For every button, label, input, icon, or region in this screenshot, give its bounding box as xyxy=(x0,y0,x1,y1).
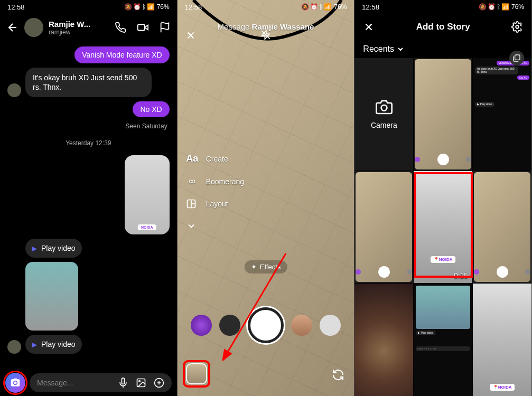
story-header: Add to Story xyxy=(354,14,531,40)
tool-create[interactable]: Aa Create xyxy=(186,153,244,164)
compose-bar: Message... xyxy=(0,370,177,396)
alarm-icon: ⏰ xyxy=(310,3,318,11)
status-icons: 🔕 ⏰ ᛒ 📶 xyxy=(124,3,155,11)
message-prefix: Message xyxy=(218,22,252,31)
recents-dropdown[interactable]: Recents xyxy=(354,40,531,58)
alarm-icon: ⏰ xyxy=(488,3,496,11)
layout-icon xyxy=(186,199,199,209)
contact-name-block[interactable]: Ramjie W... ramjiew xyxy=(49,20,109,36)
shutter-button[interactable] xyxy=(248,307,284,343)
image-icon[interactable] xyxy=(136,378,146,388)
video-preview-thumb[interactable] xyxy=(25,262,78,331)
sparkle-icon: ✦ xyxy=(251,263,257,271)
back-button[interactable] xyxy=(6,21,19,34)
flag-button[interactable] xyxy=(159,22,171,33)
noida-badge: 📍NOIDA xyxy=(431,256,456,263)
bluetooth-icon: ᛒ xyxy=(319,3,323,11)
text-icon: Aa xyxy=(186,153,199,164)
camera-icon xyxy=(376,99,393,116)
highlight-ring xyxy=(3,371,27,395)
media-item[interactable] xyxy=(354,284,413,396)
effect-option[interactable] xyxy=(219,315,240,336)
tool-label: Layout xyxy=(206,200,228,208)
noida-badge: 📍NOIDA xyxy=(490,384,515,391)
chat-body[interactable]: Vanish Mode feature XD It's okay bruh XD… xyxy=(0,41,177,370)
bluetooth-icon: ᛒ xyxy=(497,3,500,11)
bluetooth-icon: ᛒ xyxy=(142,3,146,11)
tool-boomerang[interactable]: ∞ Boomerang xyxy=(186,176,244,187)
audio-call-button[interactable] xyxy=(115,22,126,33)
media-item[interactable] xyxy=(354,171,413,284)
gallery-button[interactable] xyxy=(186,363,207,384)
close-button[interactable] xyxy=(185,30,197,41)
bell-off-icon: 🔕 xyxy=(124,3,132,11)
recents-label: Recents xyxy=(363,44,394,54)
play-video-button[interactable]: ▶ Play video xyxy=(25,335,82,354)
message-sent[interactable]: Vanish Mode feature XD xyxy=(74,46,170,63)
media-item[interactable]: Vanish Mode feature XD It's okay bruh XD… xyxy=(473,58,531,171)
effects-label: Effects xyxy=(260,263,281,271)
message-sent[interactable]: No XD xyxy=(133,101,169,117)
media-item[interactable]: ▶ Play video Q W E R T Y U I O P xyxy=(414,284,472,396)
close-button[interactable] xyxy=(363,21,375,33)
day-divider: Yesterday 12:39 xyxy=(7,139,170,147)
video-duration: 0:15 xyxy=(454,271,468,280)
status-bar: 12:58 🔕 ⏰ ᛒ 📶 76% xyxy=(354,0,531,14)
page-title: Add to Story xyxy=(416,22,470,32)
flash-toggle[interactable] xyxy=(260,30,271,40)
multi-select-button[interactable] xyxy=(509,51,524,65)
settings-button[interactable] xyxy=(511,21,523,33)
camera-tile[interactable]: Camera xyxy=(354,58,413,171)
status-time: 12:58 xyxy=(185,3,202,11)
message-avatar[interactable] xyxy=(7,340,21,354)
alarm-icon: ⏰ xyxy=(133,3,141,11)
media-item[interactable]: 📍NOIDA xyxy=(473,284,531,396)
signal-icon: 📶 xyxy=(147,3,155,11)
effect-option[interactable] xyxy=(291,315,312,336)
play-icon: ▶ xyxy=(32,244,37,252)
media-item[interactable] xyxy=(473,171,531,284)
contact-username: ramjiew xyxy=(49,29,109,36)
screen-chat: 12:58 🔕 ⏰ ᛒ 📶 76% Ramjie W... ramjiew xyxy=(0,0,178,396)
plus-icon[interactable] xyxy=(154,378,164,388)
bell-off-icon: 🔕 xyxy=(301,3,309,11)
switch-camera-button[interactable] xyxy=(332,369,344,381)
svg-point-2 xyxy=(139,381,141,382)
battery-text: 76% xyxy=(157,3,170,11)
contact-name: Ramjie W... xyxy=(49,20,109,29)
message-placeholder: Message... xyxy=(37,379,73,387)
effect-option[interactable] xyxy=(191,315,212,336)
message-avatar[interactable] xyxy=(7,83,21,97)
noida-badge: NOIDA xyxy=(138,224,156,230)
infinity-icon: ∞ xyxy=(186,176,199,187)
status-time: 12:58 xyxy=(7,3,25,11)
status-bar: 12:58 🔕 ⏰ ᛒ 📶 76% xyxy=(0,0,177,14)
svg-point-10 xyxy=(516,25,519,29)
effect-option[interactable] xyxy=(320,315,341,336)
chevron-down-icon xyxy=(396,45,405,53)
status-icons: 🔕 ⏰ ᛒ 📶 xyxy=(479,3,509,11)
play-video-label: Play video xyxy=(41,340,76,348)
media-item[interactable] xyxy=(414,58,472,171)
media-item[interactable]: 📍NOIDA 0:15 xyxy=(414,171,472,284)
signal-icon: 📶 xyxy=(324,3,332,11)
video-thumbnail[interactable]: NOIDA xyxy=(125,155,170,234)
media-grid[interactable]: Camera Vanish Mode feature XD It's okay … xyxy=(354,58,531,396)
video-call-button[interactable] xyxy=(137,22,148,33)
status-bar: 12:58 🔕 ⏰ ᛒ 📶 76% xyxy=(178,0,354,14)
tool-layout[interactable]: Layout xyxy=(186,199,244,209)
bell-off-icon: 🔕 xyxy=(479,3,487,11)
contact-avatar[interactable] xyxy=(24,18,43,37)
message-received[interactable]: It's okay bruh XD Just send 500 rs. Thnx… xyxy=(25,68,152,97)
effects-button[interactable]: ✦ Effects xyxy=(245,260,287,274)
camera-button[interactable] xyxy=(5,373,25,393)
tool-expand[interactable] xyxy=(186,221,244,231)
chat-header: Ramjie W... ramjiew xyxy=(0,14,177,41)
status-right: 🔕 ⏰ ᛒ 📶 76% xyxy=(124,3,170,11)
signal-icon: 📶 xyxy=(501,3,509,11)
svg-point-12 xyxy=(381,105,387,111)
play-video-button[interactable]: ▶ Play video xyxy=(25,239,82,258)
message-input[interactable]: Message... xyxy=(30,373,172,392)
mic-icon[interactable] xyxy=(118,378,128,388)
status-right: 🔕 ⏰ ᛒ 📶 76% xyxy=(301,3,347,11)
